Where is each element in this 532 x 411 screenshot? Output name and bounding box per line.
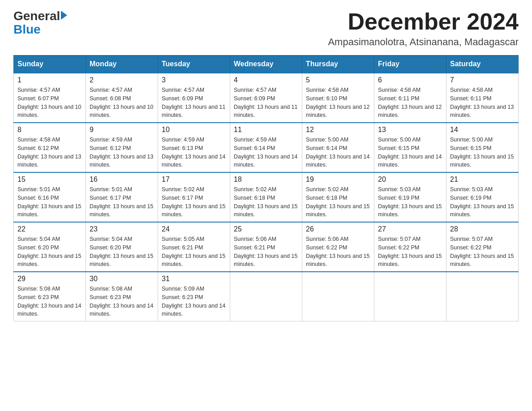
week-row-5: 29Sunrise: 5:08 AMSunset: 6:23 PMDayligh… [14, 272, 519, 321]
day-info: Sunrise: 4:57 AMSunset: 6:09 PMDaylight:… [234, 86, 298, 120]
calendar-cell: 24Sunrise: 5:05 AMSunset: 6:21 PMDayligh… [158, 222, 230, 272]
day-info: Sunrise: 5:08 AMSunset: 6:23 PMDaylight:… [17, 285, 82, 318]
day-number: 24 [162, 225, 226, 233]
day-number: 28 [450, 225, 515, 233]
calendar-table: SundayMondayTuesdayWednesdayThursdayFrid… [13, 55, 519, 321]
logo-arrow-icon [61, 11, 67, 20]
col-header-sunday: Sunday [14, 56, 86, 73]
calendar-cell: 11Sunrise: 4:59 AMSunset: 6:14 PMDayligh… [230, 123, 302, 172]
calendar-cell: 14Sunrise: 5:00 AMSunset: 6:15 PMDayligh… [446, 123, 519, 172]
calendar-cell: 29Sunrise: 5:08 AMSunset: 6:23 PMDayligh… [14, 272, 86, 321]
day-number: 15 [17, 176, 82, 184]
calendar-cell: 5Sunrise: 4:58 AMSunset: 6:10 PMDaylight… [302, 73, 374, 123]
logo: General Blue [13, 9, 67, 36]
day-number: 27 [378, 225, 442, 233]
calendar-cell: 20Sunrise: 5:03 AMSunset: 6:19 PMDayligh… [374, 172, 446, 222]
day-info: Sunrise: 5:07 AMSunset: 6:22 PMDaylight:… [378, 235, 442, 269]
calendar-cell: 30Sunrise: 5:08 AMSunset: 6:23 PMDayligh… [86, 272, 158, 321]
month-title: December 2024 [328, 9, 519, 34]
day-number: 31 [162, 275, 226, 283]
day-info: Sunrise: 5:08 AMSunset: 6:23 PMDaylight:… [90, 285, 154, 318]
calendar-header-row: SundayMondayTuesdayWednesdayThursdayFrid… [14, 56, 519, 73]
day-info: Sunrise: 5:03 AMSunset: 6:19 PMDaylight:… [378, 185, 442, 219]
calendar-cell: 18Sunrise: 5:02 AMSunset: 6:18 PMDayligh… [230, 172, 302, 222]
calendar-cell: 21Sunrise: 5:03 AMSunset: 6:19 PMDayligh… [446, 172, 519, 222]
day-number: 8 [17, 126, 82, 134]
day-info: Sunrise: 5:07 AMSunset: 6:22 PMDaylight:… [450, 235, 515, 269]
calendar-cell [302, 272, 374, 321]
day-info: Sunrise: 4:57 AMSunset: 6:08 PMDaylight:… [90, 86, 154, 120]
col-header-saturday: Saturday [446, 56, 519, 73]
week-row-4: 22Sunrise: 5:04 AMSunset: 6:20 PMDayligh… [14, 222, 519, 272]
day-info: Sunrise: 5:09 AMSunset: 6:23 PMDaylight:… [162, 285, 226, 318]
day-info: Sunrise: 4:59 AMSunset: 6:14 PMDaylight:… [234, 136, 298, 169]
calendar-cell: 27Sunrise: 5:07 AMSunset: 6:22 PMDayligh… [374, 222, 446, 272]
day-number: 2 [90, 76, 154, 84]
day-number: 1 [17, 76, 82, 84]
day-info: Sunrise: 5:05 AMSunset: 6:21 PMDaylight:… [162, 235, 226, 269]
day-info: Sunrise: 5:02 AMSunset: 6:18 PMDaylight:… [306, 185, 370, 219]
day-info: Sunrise: 4:57 AMSunset: 6:09 PMDaylight:… [162, 86, 226, 120]
day-info: Sunrise: 4:58 AMSunset: 6:11 PMDaylight:… [450, 86, 515, 120]
day-info: Sunrise: 4:59 AMSunset: 6:12 PMDaylight:… [90, 136, 154, 169]
day-info: Sunrise: 5:02 AMSunset: 6:18 PMDaylight:… [234, 185, 298, 219]
day-info: Sunrise: 4:58 AMSunset: 6:10 PMDaylight:… [306, 86, 370, 120]
calendar-cell: 19Sunrise: 5:02 AMSunset: 6:18 PMDayligh… [302, 172, 374, 222]
day-number: 21 [450, 176, 515, 184]
logo-blue-text: Blue [13, 23, 41, 36]
day-info: Sunrise: 4:59 AMSunset: 6:13 PMDaylight:… [162, 136, 226, 169]
day-number: 17 [162, 176, 226, 184]
calendar-cell: 7Sunrise: 4:58 AMSunset: 6:11 PMDaylight… [446, 73, 519, 123]
day-info: Sunrise: 5:04 AMSunset: 6:20 PMDaylight:… [17, 235, 82, 269]
calendar-cell: 23Sunrise: 5:04 AMSunset: 6:20 PMDayligh… [86, 222, 158, 272]
calendar-cell: 3Sunrise: 4:57 AMSunset: 6:09 PMDaylight… [158, 73, 230, 123]
calendar-cell: 1Sunrise: 4:57 AMSunset: 6:07 PMDaylight… [14, 73, 86, 123]
day-number: 20 [378, 176, 442, 184]
calendar-cell: 10Sunrise: 4:59 AMSunset: 6:13 PMDayligh… [158, 123, 230, 172]
calendar-cell: 4Sunrise: 4:57 AMSunset: 6:09 PMDaylight… [230, 73, 302, 123]
week-row-3: 15Sunrise: 5:01 AMSunset: 6:16 PMDayligh… [14, 172, 519, 222]
day-number: 6 [378, 76, 442, 84]
day-number: 26 [306, 225, 370, 233]
day-info: Sunrise: 5:06 AMSunset: 6:22 PMDaylight:… [306, 235, 370, 269]
day-number: 3 [162, 76, 226, 84]
day-number: 30 [90, 275, 154, 283]
calendar-cell: 16Sunrise: 5:01 AMSunset: 6:17 PMDayligh… [86, 172, 158, 222]
week-row-1: 1Sunrise: 4:57 AMSunset: 6:07 PMDaylight… [14, 73, 519, 123]
calendar-cell: 13Sunrise: 5:00 AMSunset: 6:15 PMDayligh… [374, 123, 446, 172]
calendar-cell: 28Sunrise: 5:07 AMSunset: 6:22 PMDayligh… [446, 222, 519, 272]
col-header-monday: Monday [86, 56, 158, 73]
week-row-2: 8Sunrise: 4:58 AMSunset: 6:12 PMDaylight… [14, 123, 519, 172]
logo-general-text: General [13, 9, 60, 23]
calendar-cell: 8Sunrise: 4:58 AMSunset: 6:12 PMDaylight… [14, 123, 86, 172]
calendar-cell: 22Sunrise: 5:04 AMSunset: 6:20 PMDayligh… [14, 222, 86, 272]
calendar-cell [374, 272, 446, 321]
day-number: 19 [306, 176, 370, 184]
day-info: Sunrise: 5:04 AMSunset: 6:20 PMDaylight:… [90, 235, 154, 269]
day-info: Sunrise: 5:01 AMSunset: 6:17 PMDaylight:… [90, 185, 154, 219]
calendar-cell: 17Sunrise: 5:02 AMSunset: 6:17 PMDayligh… [158, 172, 230, 222]
day-number: 14 [450, 126, 515, 134]
day-info: Sunrise: 5:06 AMSunset: 6:21 PMDaylight:… [234, 235, 298, 269]
title-area: December 2024 Ampasimanolotra, Atsinanan… [328, 9, 519, 48]
day-number: 18 [234, 176, 298, 184]
day-info: Sunrise: 4:57 AMSunset: 6:07 PMDaylight:… [17, 86, 82, 120]
day-number: 11 [234, 126, 298, 134]
col-header-wednesday: Wednesday [230, 56, 302, 73]
calendar-cell: 12Sunrise: 5:00 AMSunset: 6:14 PMDayligh… [302, 123, 374, 172]
day-number: 9 [90, 126, 154, 134]
day-info: Sunrise: 5:00 AMSunset: 6:14 PMDaylight:… [306, 136, 370, 169]
col-header-tuesday: Tuesday [158, 56, 230, 73]
day-info: Sunrise: 4:58 AMSunset: 6:11 PMDaylight:… [378, 86, 442, 120]
day-number: 29 [17, 275, 82, 283]
day-number: 12 [306, 126, 370, 134]
day-number: 5 [306, 76, 370, 84]
day-info: Sunrise: 5:02 AMSunset: 6:17 PMDaylight:… [162, 185, 226, 219]
day-info: Sunrise: 5:00 AMSunset: 6:15 PMDaylight:… [450, 136, 515, 169]
calendar-cell [230, 272, 302, 321]
calendar-cell: 9Sunrise: 4:59 AMSunset: 6:12 PMDaylight… [86, 123, 158, 172]
day-info: Sunrise: 5:00 AMSunset: 6:15 PMDaylight:… [378, 136, 442, 169]
calendar-cell: 6Sunrise: 4:58 AMSunset: 6:11 PMDaylight… [374, 73, 446, 123]
calendar-cell: 25Sunrise: 5:06 AMSunset: 6:21 PMDayligh… [230, 222, 302, 272]
calendar-cell [446, 272, 519, 321]
